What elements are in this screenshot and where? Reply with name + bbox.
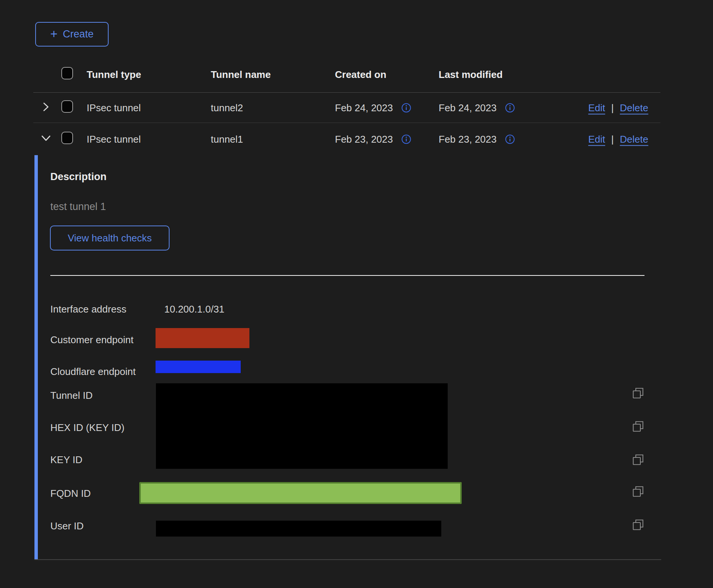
expanded-row-indicator-bar xyxy=(34,155,38,559)
info-icon[interactable] xyxy=(505,134,515,144)
edit-link[interactable]: Edit xyxy=(588,133,605,145)
interface-address-value: 10.200.1.0/31 xyxy=(164,303,224,315)
fqdn-id-label: FQDN ID xyxy=(50,488,91,499)
create-button-label: Create xyxy=(63,28,93,40)
user-id-label: User ID xyxy=(50,520,84,532)
tunnel-name-value: tunnel1 xyxy=(211,133,243,145)
cloudflare-endpoint-label: Cloudflare endpoint xyxy=(50,366,136,378)
view-health-checks-button[interactable]: View health checks xyxy=(50,226,170,250)
table-bottom-divider xyxy=(34,559,661,560)
customer-endpoint-redacted-value xyxy=(156,328,249,348)
table-header-row: Tunnel type Tunnel name Created on Last … xyxy=(33,57,660,93)
header-tunnel-name: Tunnel name xyxy=(211,69,271,81)
copy-tunnel-id-button[interactable] xyxy=(631,386,645,400)
table-row: IPsec tunnel tunnel2 Feb 24, 2023 Feb 24… xyxy=(33,93,660,123)
delete-link[interactable]: Delete xyxy=(620,133,648,145)
row-checkbox[interactable] xyxy=(61,132,73,144)
select-all-checkbox[interactable] xyxy=(61,67,73,79)
copy-icon xyxy=(631,518,645,532)
edit-link[interactable]: Edit xyxy=(588,102,605,114)
tunnel-name-value: tunnel2 xyxy=(211,102,243,114)
created-on-value: Feb 24, 2023 xyxy=(335,102,393,114)
actions-separator: | xyxy=(611,102,614,114)
copy-icon xyxy=(631,453,645,467)
chevron-down-icon xyxy=(41,133,51,143)
header-tunnel-type: Tunnel type xyxy=(87,69,141,81)
description-value: test tunnel 1 xyxy=(50,201,106,213)
copy-icon xyxy=(631,386,645,400)
copy-hex-id-button[interactable] xyxy=(631,420,645,433)
row-checkbox[interactable] xyxy=(61,100,73,113)
key-id-label: KEY ID xyxy=(50,454,83,466)
fqdn-id-redacted-value xyxy=(139,482,462,504)
copy-fqdn-id-button[interactable] xyxy=(631,485,645,498)
info-icon[interactable] xyxy=(505,103,515,113)
collapse-row-button[interactable] xyxy=(40,132,51,144)
copy-user-id-button[interactable] xyxy=(631,518,645,532)
create-button[interactable]: + Create xyxy=(35,22,109,47)
chevron-right-icon xyxy=(41,102,51,112)
tunnel-id-label: Tunnel ID xyxy=(50,390,93,401)
last-modified-value: Feb 24, 2023 xyxy=(439,102,497,114)
plus-icon: + xyxy=(50,28,58,40)
copy-icon xyxy=(631,420,645,433)
cloudflare-endpoint-redacted-value xyxy=(156,361,241,373)
ids-redacted-value xyxy=(156,383,448,469)
copy-icon xyxy=(631,485,645,498)
created-on-value: Feb 23, 2023 xyxy=(335,133,393,145)
section-divider xyxy=(50,275,645,276)
customer-endpoint-label: Customer endpoint xyxy=(50,334,134,346)
header-last-modified: Last modified xyxy=(439,69,503,81)
user-id-redacted-value xyxy=(156,521,441,537)
copy-key-id-button[interactable] xyxy=(631,453,645,467)
tunnel-detail-panel: Description test tunnel 1 View health ch… xyxy=(0,155,713,560)
actions-separator: | xyxy=(611,133,614,145)
last-modified-value: Feb 23, 2023 xyxy=(439,133,497,145)
info-icon[interactable] xyxy=(401,134,411,144)
delete-link[interactable]: Delete xyxy=(620,102,648,114)
table-row: IPsec tunnel tunnel1 Feb 23, 2023 Feb 23… xyxy=(33,123,660,155)
tunnel-type-value: IPsec tunnel xyxy=(87,102,141,114)
interface-address-label: Interface address xyxy=(50,303,126,315)
description-label: Description xyxy=(50,171,107,183)
header-created-on: Created on xyxy=(335,69,386,81)
tunnel-type-value: IPsec tunnel xyxy=(87,133,141,145)
expand-row-button[interactable] xyxy=(40,101,51,112)
info-icon[interactable] xyxy=(401,103,411,113)
hex-id-label: HEX ID (KEY ID) xyxy=(50,422,125,434)
tunnels-table: Tunnel type Tunnel name Created on Last … xyxy=(33,57,660,155)
